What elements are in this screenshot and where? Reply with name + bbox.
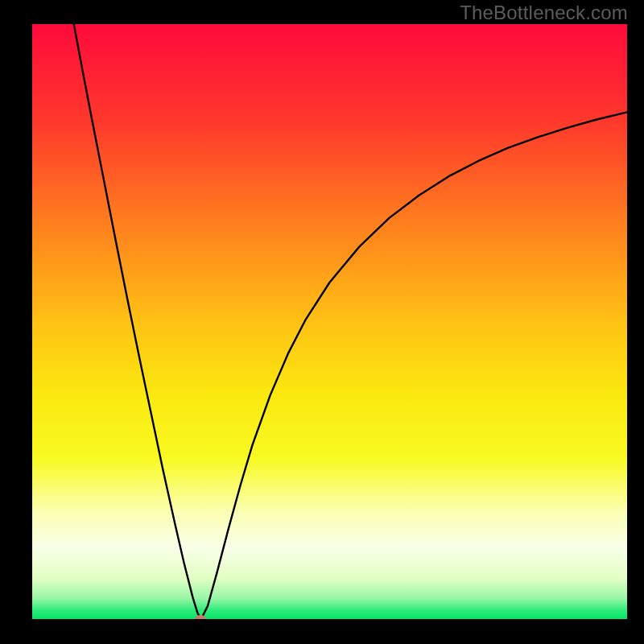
chart-root: TheBottleneck.com [0, 0, 644, 644]
gradient-background [32, 24, 627, 619]
bottleneck-chart [32, 24, 627, 619]
plot-area [32, 24, 627, 619]
watermark-text: TheBottleneck.com [460, 2, 628, 24]
